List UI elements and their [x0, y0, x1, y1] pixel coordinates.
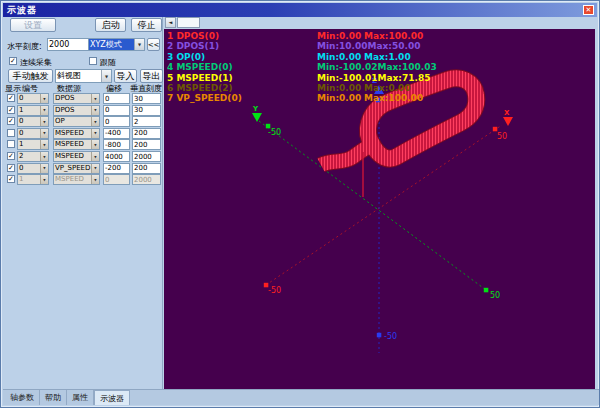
axis-num-select[interactable]: 1▼ [17, 174, 49, 185]
source-select[interactable]: DPOS▼ [53, 105, 100, 116]
tab-help[interactable]: 帮助 [40, 390, 67, 405]
show-checkbox[interactable]: ✓ [7, 117, 15, 125]
chevron-down-icon[interactable]: ▼ [91, 129, 99, 138]
offset-input[interactable] [103, 174, 130, 185]
source-select[interactable]: MSPEED▼ [53, 174, 100, 185]
window-title: 示波器 [7, 4, 37, 17]
legend-max: Max:71.85 [378, 73, 431, 83]
export-button[interactable]: 导出 [140, 69, 163, 83]
show-checkbox[interactable]: ✓ [7, 152, 15, 160]
settings-button[interactable]: 设置 [10, 18, 56, 32]
source-select[interactable]: VP_SPEED▼ [53, 163, 100, 174]
axis-num-select[interactable]: 0▼ [17, 163, 49, 174]
y-axis-neg-label: -50 [268, 128, 281, 137]
source-select[interactable]: MSPEED▼ [53, 128, 100, 139]
legend-max: Max:100.03 [378, 62, 437, 72]
legend-label: 4 MSPEED(0) [167, 62, 317, 72]
z-axis-neg-tick [377, 333, 382, 338]
legend-max: Max:100.00 [364, 93, 423, 103]
scale-input[interactable] [132, 174, 161, 185]
offset-input[interactable] [103, 139, 130, 150]
continuous-checkbox[interactable]: ✓ [9, 57, 17, 65]
stop-button[interactable]: 停止 [131, 18, 162, 32]
chevron-down-icon[interactable]: ▼ [40, 140, 48, 149]
offset-input[interactable] [103, 93, 130, 104]
source-select[interactable]: DPOS▼ [53, 93, 100, 104]
scroll-left-icon[interactable]: ◄ [165, 17, 176, 28]
chevron-down-icon[interactable]: ▼ [91, 152, 99, 161]
chevron-down-icon[interactable]: ▼ [40, 175, 48, 184]
tab-properties[interactable]: 属性 [67, 390, 94, 405]
show-checkbox[interactable]: ✓ [7, 94, 15, 102]
chevron-down-icon[interactable]: ▼ [40, 106, 48, 115]
import-button[interactable]: 导入 [114, 69, 137, 83]
scale-input[interactable] [132, 163, 161, 174]
chevron-down-icon[interactable]: ▼ [40, 164, 48, 173]
legend-min: Min:0.00 [317, 93, 364, 103]
x-axis-pos-tick [493, 127, 498, 132]
offset-input[interactable] [103, 151, 130, 162]
tab-axis-params[interactable]: 轴参数 [5, 390, 40, 405]
chevron-down-icon[interactable]: ▼ [40, 117, 48, 126]
start-button[interactable]: 启动 [95, 18, 126, 32]
axis-num-select[interactable]: 1▼ [17, 139, 49, 150]
title-bar[interactable]: 示波器 ✕ [3, 3, 597, 17]
y-axis-label: Y [252, 105, 259, 113]
control-panel: 设置 启动 停止 水平刻度: XYZ模式 ▼ << ✓ 连续采集 跟随 手动触发… [3, 17, 163, 391]
manual-trigger-button[interactable]: 手动触发 [8, 69, 53, 83]
close-icon[interactable]: ✕ [583, 5, 594, 15]
show-checkbox[interactable]: ✓ [7, 106, 15, 114]
legend-min: Min:-100.02 [317, 62, 378, 72]
legend-max: Max:0.00 [364, 83, 411, 93]
chevron-down-icon[interactable]: ▼ [91, 140, 99, 149]
source-select[interactable]: OP▼ [53, 116, 100, 127]
scale-input[interactable] [132, 93, 161, 104]
scale-input[interactable] [132, 116, 161, 127]
chevron-down-icon[interactable]: ▼ [91, 117, 99, 126]
chevron-down-icon[interactable]: ▼ [91, 175, 99, 184]
chevron-down-icon[interactable]: ▼ [91, 106, 99, 115]
chevron-down-icon[interactable]: ▼ [101, 70, 111, 82]
scale-input[interactable] [132, 151, 161, 162]
chevron-down-icon[interactable]: ▼ [91, 164, 99, 173]
chevron-down-icon[interactable]: ▼ [91, 94, 99, 103]
scale-input[interactable] [132, 139, 161, 150]
show-checkbox[interactable] [7, 129, 15, 137]
show-checkbox[interactable]: ✓ [7, 175, 15, 183]
scale-input[interactable] [132, 105, 161, 116]
scope-plot-area[interactable]: Y -50 50 X -50 50 Z -50 1 DPOS(0)Min:0.0… [164, 29, 595, 391]
x-axis-arrow-icon [503, 117, 513, 126]
chevron-down-icon[interactable]: ▼ [40, 129, 48, 138]
scrollbar-thumb[interactable] [177, 17, 200, 28]
plot-hscrollbar[interactable]: ◄ [164, 17, 595, 29]
offset-input[interactable] [103, 105, 130, 116]
offset-input[interactable] [103, 116, 130, 127]
chevron-down-icon[interactable]: ▼ [134, 39, 144, 50]
source-select[interactable]: MSPEED▼ [53, 151, 100, 162]
offset-input[interactable] [103, 163, 130, 174]
legend-max: Max:50.00 [368, 41, 421, 51]
chevron-down-icon[interactable]: ▼ [40, 94, 48, 103]
axis-num-select[interactable]: 0▼ [17, 116, 49, 127]
source-select[interactable]: MSPEED▼ [53, 139, 100, 150]
legend-row: 4 MSPEED(0)Min:-100.02Max:100.03 [167, 62, 437, 73]
scale-input[interactable] [132, 128, 161, 139]
axis-num-select[interactable]: 2▼ [17, 151, 49, 162]
show-checkbox[interactable] [7, 140, 15, 148]
axis-num-select[interactable]: 0▼ [17, 128, 49, 139]
axis-num-select[interactable]: 1▼ [17, 105, 49, 116]
follow-checkbox[interactable] [89, 57, 97, 65]
follow-label: 跟随 [100, 57, 116, 68]
legend-row: 3 OP(0)Min:0.00Max:1.00 [167, 52, 411, 63]
view-select[interactable]: 斜视图 ▼ [55, 69, 112, 83]
axis-num-select[interactable]: 0▼ [17, 93, 49, 104]
channel-row: 0▼ MSPEED▼ [3, 128, 163, 139]
offset-input[interactable] [103, 128, 130, 139]
legend-row: 2 DPOS(1)Min:10.00Max:50.00 [167, 41, 420, 52]
chevron-down-icon[interactable]: ▼ [40, 152, 48, 161]
collapse-button[interactable]: << [147, 38, 160, 51]
channel-row: ✓ 0▼ OP▼ [3, 116, 163, 127]
mode-select[interactable]: XYZ模式 ▼ [88, 38, 145, 51]
tab-oscilloscope[interactable]: 示波器 [94, 390, 130, 405]
show-checkbox[interactable]: ✓ [7, 164, 15, 172]
